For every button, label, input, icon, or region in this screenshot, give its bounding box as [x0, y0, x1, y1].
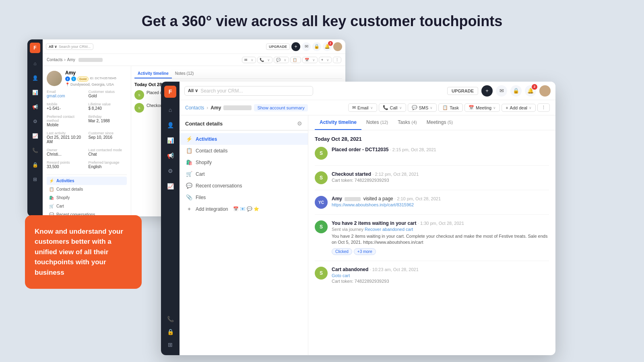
front-act-link-2[interactable]: https://www.aboutshoes.in/p/cart/8315962	[332, 202, 549, 207]
front-email-btn[interactable]: ✉ Email ∨	[348, 103, 377, 112]
back-topbar-right: UPGRADE + ✉ 🔒 🔔 2	[266, 42, 342, 51]
back-plus-btn[interactable]: +	[291, 42, 300, 51]
back-all-label: All ∨	[49, 45, 57, 49]
front-contacts-icon[interactable]: 👤	[164, 119, 177, 132]
front-act-item-3: S You have 2 items waiting in your cart …	[315, 220, 549, 261]
back-tab-activity[interactable]: Activity timeline	[134, 69, 172, 78]
back-lock-icon[interactable]: 🔒	[312, 42, 321, 51]
front-nav-files-label: Files	[196, 195, 206, 200]
back-deals-icon[interactable]: 📊	[29, 86, 41, 99]
back-phone-icon[interactable]: 📞	[29, 144, 41, 157]
front-nav-conversations[interactable]: 💬 Recent conversations	[180, 180, 308, 191]
back-left-panel: Amy f t Gold ID: DCTH3578945 📍 Dundywood	[43, 66, 131, 216]
front-integration-icons: 📅 📧 💬 ⭐	[233, 206, 259, 212]
back-bc-name: Amy	[67, 58, 75, 62]
front-tab-notes[interactable]: Notes (12)	[361, 115, 393, 130]
back-fields-grid: Email gmail.com Customer status Gold Mob…	[47, 90, 127, 171]
front-nav-files[interactable]: 📎 Files	[180, 191, 308, 203]
front-lock-icon[interactable]: 🔒	[510, 85, 522, 97]
back-nav-contact-details[interactable]: 📋 Contact details	[47, 185, 127, 193]
front-user-avatar[interactable]	[539, 85, 551, 97]
front-contact-details-settings-icon[interactable]: ⚙	[297, 120, 302, 127]
back-nav-shopify-icon: 🛍️	[49, 195, 54, 200]
front-bc-name: Amy	[211, 105, 221, 111]
front-tab-tasks[interactable]: Tasks (4)	[393, 115, 421, 130]
back-nav-activities[interactable]: ⚡ Activities	[47, 177, 127, 185]
front-act-time-1: · 2:12 pm, Oct 28, 2021	[372, 172, 419, 177]
front-nav-shopify[interactable]: 🛍️ Shopify	[180, 156, 308, 168]
back-tab-notes[interactable]: Notes (12)	[172, 69, 197, 78]
front-shield-icon[interactable]: 🔒	[164, 325, 177, 338]
back-field-reward: Reward points 33,500	[47, 160, 85, 169]
front-tab-activity-timeline[interactable]: Activity timeline	[315, 115, 361, 130]
front-act-av-2: YC	[315, 196, 328, 209]
back-meeting-btn[interactable]: 📅 ∨	[302, 57, 318, 63]
front-plus-btn[interactable]: +	[481, 85, 493, 97]
back-task-btn[interactable]: 📋	[290, 57, 301, 63]
front-bc-contacts[interactable]: Contacts	[185, 105, 204, 111]
back-birthday-label: Birthday	[89, 115, 127, 119]
back-nav-cart[interactable]: 🛒 Cart	[47, 202, 127, 210]
back-breadcrumb: Contacts › Amy ✉ ∨ 📞 ∨ 💬 ∨ 📋 📅 ∨ + ∨ ⋮	[43, 54, 345, 66]
front-act-time-2: · 2:10 pm, Oct 28, 2021	[394, 196, 441, 201]
front-add-deal-btn[interactable]: + Add deal ∨	[502, 104, 536, 112]
back-auto-icon[interactable]: ⚙	[29, 115, 41, 128]
front-act-journey-link-3[interactable]: Recover abandoned cart	[365, 227, 413, 232]
back-nav-shopify[interactable]: 🛍️ Shopify	[47, 193, 127, 202]
front-act-subtitle-4: Cart token: 74822892939293	[332, 279, 549, 284]
back-shield-icon[interactable]: 🔒	[29, 158, 41, 171]
back-bc-contacts[interactable]: Contacts	[47, 58, 62, 62]
front-act-goto-cart-link[interactable]: Goto cart	[332, 273, 549, 278]
front-nav-cart[interactable]: 🛒 Cart	[180, 168, 308, 180]
back-bc-sep: ›	[64, 58, 65, 62]
front-task-btn[interactable]: 📋 Task	[438, 103, 463, 112]
front-search-container: All ∨ Search your CRM...	[184, 86, 313, 96]
front-reports-icon[interactable]: 📈	[164, 180, 177, 193]
front-tab-meetings[interactable]: Meetings (5)	[422, 115, 458, 130]
front-content: Contact details ⚙ ⚡ Activities 📋 Contact…	[180, 115, 555, 355]
front-topbar-right: UPGRADE + ✉ 🔒 🔔 2	[447, 85, 551, 97]
front-show-account-btn[interactable]: Show account summary	[254, 104, 308, 111]
front-more-btn[interactable]: ⋮	[537, 103, 550, 112]
front-sidebar: F ⌂ 👤 📊 📢 ⚙ 📈 📞 🔒 ⊞	[161, 82, 180, 355]
front-act-title-strong-1: Checkout started	[332, 171, 371, 177]
back-more-btn[interactable]: ⋮	[333, 57, 341, 63]
front-phone-icon[interactable]: 📞	[164, 313, 177, 325]
back-grid-icon[interactable]: ⊞	[29, 173, 41, 186]
back-user-avatar[interactable]	[333, 42, 342, 51]
front-call-btn[interactable]: 📞 Call ∨	[379, 103, 406, 112]
front-main: All ∨ Search your CRM... UPGRADE + ✉ 🔒 🔔…	[180, 82, 555, 355]
front-notification-badge: 2	[532, 84, 537, 90]
back-email-btn[interactable]: ✉ ∨	[242, 57, 256, 63]
back-csince-val: Sep 10, 2016	[89, 135, 127, 140]
back-contacts-icon[interactable]: 👤	[29, 72, 41, 84]
back-home-icon[interactable]: ⌂	[29, 57, 41, 70]
back-bell-icon[interactable]: 🔔 2	[323, 42, 332, 51]
back-lastact-val: Oct 25, 2021 10:20 AM	[47, 135, 85, 144]
back-csince-label: Customer since	[89, 131, 127, 135]
front-nav-cart-icon: 🛒	[186, 171, 192, 177]
back-call-btn[interactable]: 📞 ∨	[257, 57, 272, 63]
front-search-placeholder: Search your CRM...	[200, 88, 243, 94]
back-add-deal-btn[interactable]: + ∨	[319, 57, 332, 63]
back-email-icon[interactable]: ✉	[302, 42, 311, 51]
front-campaigns-icon[interactable]: 📢	[164, 149, 177, 162]
front-nav-contact-details[interactable]: 📋 Contact details	[180, 145, 308, 156]
front-nav-activities[interactable]: ⚡ Activities	[180, 133, 308, 145]
back-sms-btn[interactable]: 💬 ∨	[274, 57, 289, 63]
front-nav-add-integration[interactable]: + Add integration 📅 📧 💬 ⭐	[180, 203, 308, 215]
front-upgrade-btn[interactable]: UPGRADE	[447, 87, 478, 95]
back-reports-icon[interactable]: 📈	[29, 130, 41, 142]
back-campaigns-icon[interactable]: 📢	[29, 101, 41, 113]
back-upgrade-btn[interactable]: UPGRADE	[266, 43, 290, 50]
front-bell-icon[interactable]: 🔔 2	[525, 85, 536, 97]
front-auto-icon[interactable]: ⚙	[164, 165, 177, 177]
front-nav-conversations-label: Recent conversations	[196, 183, 242, 189]
front-email-icon[interactable]: ✉	[496, 85, 507, 97]
front-home-icon[interactable]: ⌂	[164, 103, 177, 116]
front-grid-icon[interactable]: ⊞	[164, 338, 177, 351]
front-deals-icon[interactable]: 📊	[164, 134, 177, 147]
front-meeting-btn[interactable]: 📅 Meeting ∨	[464, 103, 500, 112]
back-preferred-val: Mobile	[47, 123, 85, 127]
front-sms-btn[interactable]: 💬 SMS ∨	[408, 103, 437, 112]
